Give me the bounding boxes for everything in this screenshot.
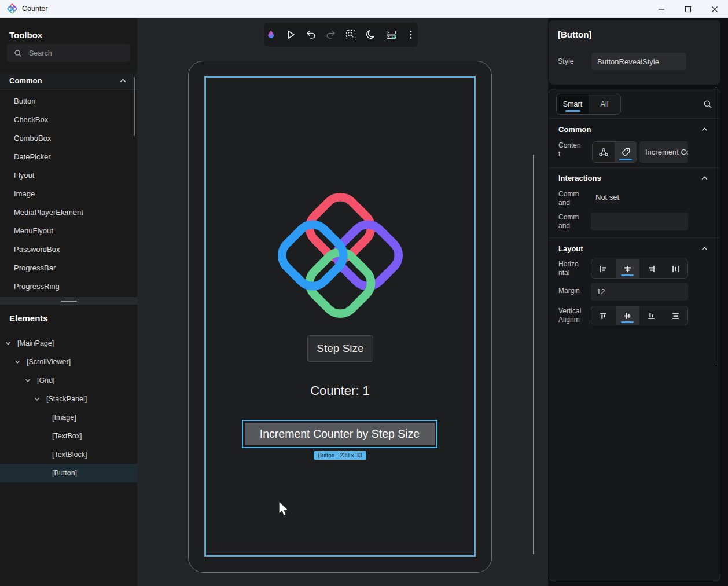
toolbox-group-label: Common [9,76,42,85]
v-align-bottom-icon [646,311,656,321]
panel-splitter[interactable] [0,297,137,305]
style-input[interactable]: ButtonRevealStyle [591,53,686,70]
app-logo-icon [7,3,17,14]
tree-item-label: [TextBlock] [52,451,87,459]
command-value: Not set [595,193,619,202]
maximize-button[interactable] [675,0,701,18]
toolbox-item-mediaplayerelement[interactable]: MediaPlayerElement [0,203,137,221]
tree-item-stackpanel[interactable]: [StackPanel] [0,390,137,408]
selection-size-label: Button - 230 x 33 [314,451,366,460]
properties-search-icon[interactable] [703,100,712,109]
tab-all-label: All [601,100,609,108]
section-layout-label: Layout [558,244,583,253]
v-align-bottom-button[interactable] [639,306,664,325]
divider [549,167,720,168]
h-align-stretch-button[interactable] [664,259,688,278]
toolbox-item-combobox[interactable]: ComboBox [0,129,137,147]
tree-item-image[interactable]: [Image] [0,408,137,427]
more-options-kebab-icon[interactable] [404,28,418,42]
toolbox-item-checkbox[interactable]: CheckBox [0,110,137,129]
tree-item-button-selected[interactable]: [Button] [0,464,137,482]
content-literal-toggle[interactable] [615,142,637,162]
horizontal-alignment-label: Horizo ntal [558,260,591,277]
tree-item-scrollviewer[interactable]: [ScrollViewer] [0,353,137,371]
toolbox-item-progressring[interactable]: ProgressRing [0,277,137,295]
selection-outline: Increment Counter by Step Size [242,420,437,448]
redo-icon[interactable] [324,28,338,42]
section-interactions-header[interactable]: Interactions [549,170,720,185]
close-icon [711,6,718,13]
toolbox-item-image[interactable]: Image [0,184,137,203]
section-layout-header[interactable]: Layout [549,241,720,256]
v-align-center-button[interactable] [616,306,640,325]
theme-moon-icon[interactable] [364,28,378,42]
property-inspector: [Button] Style ButtonRevealStyle Smart A… [548,18,728,586]
increment-counter-button[interactable]: Increment Counter by Step Size [245,423,435,445]
section-common-header[interactable]: Common [549,122,720,137]
tree-item-label: [Grid] [37,376,55,384]
counter-textblock[interactable]: Counter: 1 [205,383,475,398]
step-size-textbox[interactable]: Step Size [307,335,373,362]
v-align-top-button[interactable] [591,306,616,325]
tree-item-label: [TextBox] [52,432,82,440]
tree-item-grid[interactable]: [Grid] [0,371,137,390]
zoom-selection-icon[interactable] [344,28,358,42]
minimize-button[interactable] [648,0,675,18]
section-interactions-label: Interactions [558,174,601,182]
command-input[interactable] [591,213,688,230]
command-property-label: Comm and [558,190,591,207]
h-align-right-button[interactable] [639,259,664,278]
elements-tree: [MainPage] [ScrollViewer] [Grid] [StackP… [0,334,137,482]
content-property-label: Conten t [558,141,591,159]
tree-item-mainpage[interactable]: [MainPage] [0,334,137,353]
toolbox-list: Button CheckBox ComboBox DatePicker Flyo… [0,91,137,295]
v-align-center-icon [623,311,633,321]
tree-item-textblock[interactable]: [TextBlock] [0,445,137,464]
mouse-cursor [278,500,289,518]
selection-size-badge: Button - 230 x 33 [205,451,475,460]
toolbox-item-flyout[interactable]: Flyout [0,166,137,184]
tab-active-indicator [565,110,580,112]
content-value-input[interactable]: Increment Co [639,141,688,163]
tree-item-textbox[interactable]: [TextBox] [0,427,137,445]
toolbox-item-progressbar[interactable]: ProgressBar [0,258,137,277]
tree-item-label: [Button] [52,469,77,477]
app-preview-surface[interactable]: Step Size Counter: 1 Increment Counter b… [204,76,476,557]
design-canvas[interactable]: Step Size Counter: 1 Increment Counter b… [137,18,548,586]
chevron-up-icon [119,77,127,85]
h-align-left-icon [598,264,608,274]
toolbox-item-datepicker[interactable]: DatePicker [0,147,137,166]
toolbox-item-passwordbox[interactable]: PasswordBox [0,240,137,258]
content-binding-toggle[interactable] [593,142,615,162]
tab-all[interactable]: All [589,94,620,114]
chevron-up-icon [701,245,708,252]
toolbox-item-menuflyout[interactable]: MenuFlyout [0,221,137,240]
vertical-alignment-toggle [591,306,688,325]
h-align-left-button[interactable] [591,259,616,278]
toolbox-search-input[interactable]: Search [7,44,130,62]
tab-smart[interactable]: Smart [557,94,589,114]
designer-toolbar [263,22,418,47]
chevron-down-icon [5,340,12,347]
play-icon[interactable] [284,28,298,42]
chevron-down-icon [24,377,31,384]
close-button[interactable] [701,0,728,18]
properties-tabs: Smart All [556,94,621,115]
minimize-icon [658,6,665,13]
selected-element-card: [Button] Style ButtonRevealStyle [549,20,720,85]
undo-icon[interactable] [304,28,318,42]
changes-applied-icon[interactable] [384,28,398,42]
chevron-up-icon [701,174,708,182]
toolbox-scrollbar[interactable] [134,77,135,136]
hot-reload-flame-icon[interactable] [264,28,278,42]
app-window: Counter Toolbox Search Common [0,0,728,586]
v-align-stretch-button[interactable] [664,306,688,325]
command2-property-label: Comm and [558,213,591,230]
canvas-scrollbar[interactable] [533,155,534,554]
toolbox-item-button[interactable]: Button [0,91,137,110]
toolbox-group-common[interactable]: Common [0,72,137,90]
margin-input[interactable]: 12 [591,283,688,301]
h-align-center-button[interactable] [616,259,640,278]
inspector-scrollbar[interactable] [716,87,716,365]
binding-icon [598,146,609,158]
